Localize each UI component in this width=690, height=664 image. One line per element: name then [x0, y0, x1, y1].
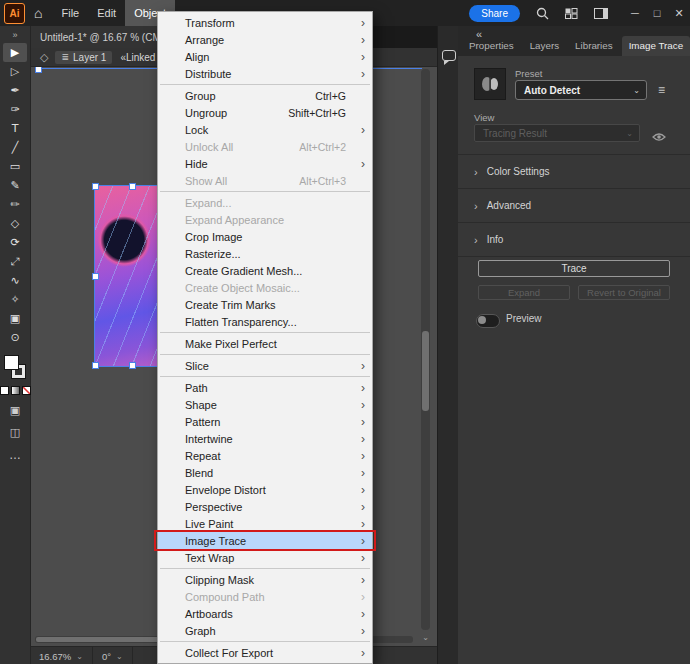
- menu-item-lock[interactable]: Lock›: [158, 121, 372, 138]
- selection-handle[interactable]: [92, 273, 99, 280]
- trace-button[interactable]: Trace: [478, 260, 670, 277]
- line-segment-tool[interactable]: ╱: [3, 138, 27, 157]
- rotation-control[interactable]: 0° ⌄: [93, 647, 133, 664]
- menu-item-show-all[interactable]: Show AllAlt+Ctrl+3: [158, 172, 372, 189]
- section-color-settings[interactable]: ›Color Settings: [458, 154, 690, 189]
- menu-item-expand[interactable]: Expand...: [158, 194, 372, 211]
- menu-item-shape[interactable]: Shape›: [158, 396, 372, 413]
- more-tools-icon[interactable]: …: [9, 448, 21, 462]
- menu-item-envelope-distort[interactable]: Envelope Distort›: [158, 481, 372, 498]
- tab-image-trace[interactable]: Image Trace: [622, 36, 690, 56]
- menu-item-text-wrap[interactable]: Text Wrap›: [158, 549, 372, 566]
- preview-toggle[interactable]: [476, 314, 500, 328]
- selection-tool[interactable]: ▶: [3, 43, 27, 62]
- menu-file[interactable]: File: [52, 0, 88, 26]
- menu-item-collect-for-export[interactable]: Collect For Export›: [158, 644, 372, 661]
- curvature-tool[interactable]: ✑: [3, 100, 27, 119]
- menu-item-intertwine[interactable]: Intertwine›: [158, 430, 372, 447]
- submenu-arrow-icon: ›: [358, 381, 368, 395]
- screen-mode-icon[interactable]: ◫: [10, 426, 20, 439]
- home-icon[interactable]: ⌂: [34, 5, 42, 21]
- expand-button[interactable]: Expand: [478, 285, 570, 300]
- menu-item-arrange[interactable]: Arrange›: [158, 31, 372, 48]
- gradient-button[interactable]: [11, 386, 20, 395]
- menu-item-graph[interactable]: Graph›: [158, 622, 372, 639]
- close-button[interactable]: ✕: [668, 0, 690, 26]
- menu-item-flatten-transparency[interactable]: Flatten Transparency...: [158, 313, 372, 330]
- selection-handle[interactable]: [92, 362, 99, 369]
- menu-item-blend[interactable]: Blend›: [158, 464, 372, 481]
- menu-separator: [160, 84, 370, 85]
- menu-item-ungroup[interactable]: UngroupShift+Ctrl+G: [158, 104, 372, 121]
- menu-item-perspective[interactable]: Perspective›: [158, 498, 372, 515]
- menu-item-create-gradient-mesh[interactable]: Create Gradient Mesh...: [158, 262, 372, 279]
- menu-item-expand-appearance[interactable]: Expand Appearance: [158, 211, 372, 228]
- pencil-tool[interactable]: ✏: [3, 195, 27, 214]
- preset-dropdown[interactable]: Auto Detect ⌄: [515, 80, 647, 100]
- section-advanced[interactable]: ›Advanced: [458, 189, 690, 223]
- rotate-tool[interactable]: ⟳: [3, 233, 27, 252]
- vertical-scrollbar-thumb[interactable]: [422, 331, 429, 411]
- menu-item-rasterize[interactable]: Rasterize...: [158, 245, 372, 262]
- document-layout-icon[interactable]: [594, 8, 608, 19]
- fill-swatch[interactable]: [4, 355, 19, 370]
- paintbrush-tool[interactable]: ✎: [3, 176, 27, 195]
- tab-layers[interactable]: Layers: [523, 36, 566, 56]
- share-button[interactable]: Share: [469, 5, 520, 22]
- workspace-switcher-icon[interactable]: [565, 8, 578, 19]
- section-info[interactable]: ›Info: [458, 223, 690, 257]
- direct-selection-tool[interactable]: ▷: [3, 62, 27, 81]
- search-icon[interactable]: [536, 7, 549, 20]
- vertical-scrollbar[interactable]: [421, 69, 430, 630]
- tab-libraries[interactable]: Libraries: [568, 36, 620, 56]
- color-button[interactable]: [0, 386, 9, 395]
- menu-item-clipping-mask[interactable]: Clipping Mask›: [158, 571, 372, 588]
- menu-item-unlock-all[interactable]: Unlock AllAlt+Ctrl+2: [158, 138, 372, 155]
- tab-properties[interactable]: Properties: [462, 36, 521, 56]
- menu-item-repeat[interactable]: Repeat›: [158, 447, 372, 464]
- revert-button[interactable]: Revert to Original: [578, 285, 670, 300]
- submenu-arrow-icon: ›: [358, 33, 368, 47]
- pen-tool[interactable]: ✒: [3, 81, 27, 100]
- menu-item-compound-path[interactable]: Compound Path›: [158, 588, 372, 605]
- rectangle-tool[interactable]: ▭: [3, 157, 27, 176]
- selection-handle[interactable]: [129, 183, 136, 190]
- selection-handle[interactable]: [35, 66, 42, 73]
- eyedropper-tool[interactable]: ✧: [3, 290, 27, 309]
- menu-item-distribute[interactable]: Distribute›: [158, 65, 372, 82]
- none-button[interactable]: [22, 386, 31, 395]
- menu-item-crop-image[interactable]: Crop Image: [158, 228, 372, 245]
- menu-item-group[interactable]: GroupCtrl+G: [158, 87, 372, 104]
- menu-item-make-pixel-perfect[interactable]: Make Pixel Perfect: [158, 335, 372, 352]
- scroll-down-icon[interactable]: ⌄: [421, 633, 430, 643]
- menu-item-hide[interactable]: Hide›: [158, 155, 372, 172]
- selection-handle[interactable]: [129, 362, 136, 369]
- menu-item-pattern[interactable]: Pattern›: [158, 413, 372, 430]
- menu-item-transform[interactable]: Transform›: [158, 14, 372, 31]
- type-tool[interactable]: T: [3, 119, 27, 138]
- menu-item-create-object-mosaic[interactable]: Create Object Mosaic...: [158, 279, 372, 296]
- menu-item-path[interactable]: Path›: [158, 379, 372, 396]
- artboard-tool[interactable]: ▣: [3, 309, 27, 328]
- layer-indicator[interactable]: ≣ Layer 1: [55, 51, 112, 64]
- width-tool[interactable]: ∿: [3, 271, 27, 290]
- menu-item-align[interactable]: Align›: [158, 48, 372, 65]
- horizontal-scrollbar-thumb[interactable]: [36, 637, 176, 642]
- menu-edit[interactable]: Edit: [88, 0, 125, 26]
- eraser-tool[interactable]: ◇: [3, 214, 27, 233]
- illustrator-app-icon[interactable]: Ai: [4, 3, 25, 24]
- menu-item-create-trim-marks[interactable]: Create Trim Marks: [158, 296, 372, 313]
- menu-item-artboards[interactable]: Artboards›: [158, 605, 372, 622]
- minimize-button[interactable]: ─: [624, 0, 646, 26]
- zoom-tool[interactable]: ⊙: [3, 328, 27, 347]
- menu-item-slice[interactable]: Slice›: [158, 357, 372, 374]
- zoom-level-control[interactable]: 16.67% ⌄: [30, 647, 93, 664]
- maximize-button[interactable]: □: [646, 0, 668, 26]
- scale-tool[interactable]: ⤢: [3, 252, 27, 271]
- fill-stroke-swatches[interactable]: [4, 355, 26, 379]
- panel-menu-icon[interactable]: ≡: [658, 83, 665, 97]
- comments-icon[interactable]: [442, 50, 456, 61]
- draw-mode-icon[interactable]: ▣: [10, 404, 20, 417]
- selection-handle[interactable]: [92, 183, 99, 190]
- toolbar-collapse-icon[interactable]: »: [12, 30, 17, 40]
